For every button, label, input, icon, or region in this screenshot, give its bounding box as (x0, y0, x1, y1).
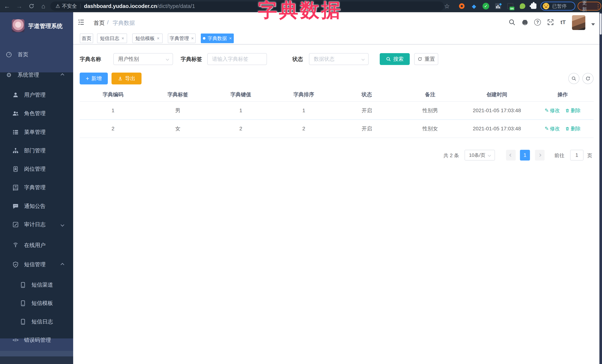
window-scrollbar[interactable] (599, 12, 602, 364)
tab-sms-template[interactable]: 短信模板 × (132, 33, 163, 43)
delete-link[interactable]: 删除 (565, 107, 581, 114)
table-header-row: 字典编码 字典标签 字典键值 字典排序 状态 备注 创建时间 操作 (80, 88, 594, 102)
url-host: dashboard.yudao.iocoder.cn (84, 3, 157, 9)
sidebar-item-error-code[interactable]: </> 错误码管理 (0, 331, 73, 349)
tab-sms-log[interactable]: 短信日志 × (97, 33, 127, 43)
bookmark-star-icon[interactable]: ☆ (443, 3, 451, 10)
browser-menu-kebab-icon[interactable]: ⋮ (595, 3, 601, 9)
github-icon[interactable] (521, 19, 529, 26)
sidebar-item-sms-template[interactable]: 短信模板 (0, 294, 73, 312)
screen: ← → ⌂ ⚠ 不安全 dashboard.yudao.iocoder.cn /… (0, 0, 602, 364)
browser-home-icon[interactable]: ⌂ (38, 0, 49, 12)
add-button[interactable]: + 新增 (80, 73, 108, 84)
search-icon (571, 76, 576, 81)
close-icon[interactable]: × (121, 36, 124, 41)
extension-icon-green-check[interactable]: ✓ (482, 3, 489, 10)
sidebar-logo-row[interactable]: 芋道管理系统 (0, 16, 73, 36)
app-logo (12, 19, 24, 32)
chevron-up-icon (61, 73, 64, 77)
phone-icon (20, 318, 26, 325)
sidebar-item-dept-management[interactable]: 部门管理 (0, 142, 73, 160)
dict-tag-input[interactable] (212, 56, 258, 62)
breadcrumb-separator: / (107, 19, 108, 26)
goto-page-input[interactable] (570, 150, 583, 161)
dict-data-table: 字典编码 字典标签 字典键值 字典排序 状态 备注 创建时间 操作 1 男 1 … (80, 88, 594, 138)
extension-icon-orange-ring[interactable] (458, 3, 465, 10)
breadcrumb-home[interactable]: 首页 (94, 19, 105, 27)
sidebar-item-post-management[interactable]: 岗位管理 (0, 160, 73, 178)
address-bar[interactable]: ⚠ 不安全 dashboard.yudao.iocoder.cn /dict/t… (50, 1, 444, 11)
edit-log-icon (12, 221, 19, 228)
chevron-right-icon (538, 154, 541, 157)
sidebar-group-audit-log[interactable]: 审计日志 (0, 216, 73, 233)
help-icon[interactable]: ? (534, 19, 541, 26)
edit-link[interactable]: ✎ 修改 (545, 125, 560, 132)
speech-bubble-icon (12, 203, 19, 210)
reset-button[interactable]: 重置 (414, 53, 438, 65)
tab-dict-management[interactable]: 字典管理 × (168, 33, 196, 43)
delete-link[interactable]: 删除 (565, 125, 581, 132)
url-path: /dict/type/data/1 (157, 3, 195, 9)
sidebar-item-sms-channel[interactable]: 短信渠道 (0, 276, 73, 294)
extensions-puzzle-icon[interactable] (530, 3, 537, 10)
browser-update-button[interactable]: 更新 ⋮ (578, 2, 601, 10)
chevron-down-icon (362, 58, 365, 61)
toggle-search-circle-button[interactable] (568, 73, 580, 84)
sidebar-item-role-management[interactable]: 角色管理 (0, 104, 73, 122)
sidebar-group-system-management[interactable]: ⚙ 系统管理 (0, 66, 73, 84)
export-button[interactable]: 导出 (111, 73, 141, 84)
chevron-down-icon (61, 223, 64, 227)
extension-icon-blue-gem[interactable]: ◆ (471, 3, 478, 10)
prev-page-button[interactable] (506, 150, 516, 161)
breadcrumb-current: 字典数据 (113, 19, 135, 27)
browser-reload-icon[interactable] (26, 0, 37, 12)
close-icon[interactable]: × (191, 36, 194, 41)
users-icon (12, 110, 19, 117)
search-button[interactable]: 搜索 (380, 53, 410, 65)
header-search-icon[interactable] (508, 19, 516, 26)
user-avatar[interactable] (572, 15, 585, 30)
sidebar-item-online-users[interactable]: 在线用户 (0, 236, 73, 254)
refresh-icon (585, 76, 591, 81)
sidebar-toggle-hamburger-icon[interactable] (77, 19, 85, 26)
current-page-button[interactable]: 1 (520, 150, 530, 161)
sidebar-item-menu-management[interactable]: 菜单管理 (0, 123, 73, 141)
extension-icon-green-leaf[interactable] (519, 3, 526, 10)
app-title: 芋道管理系统 (28, 22, 63, 30)
sidebar-item-sms-log[interactable]: 短信日志 (0, 313, 73, 331)
browser-forward-icon[interactable]: → (14, 0, 24, 12)
status-select[interactable]: 数据状态 (309, 53, 369, 65)
page-watermark-title: 字典数据 (258, 0, 342, 23)
sidebar-item-user-management[interactable]: 用户管理 (0, 86, 73, 104)
pencil-icon: ✎ (545, 126, 549, 132)
chevron-down-icon (488, 154, 491, 157)
sidebar-item-dict-management[interactable]: 字典管理 (0, 179, 73, 197)
tab-dict-data-active[interactable]: 字典数据 × (201, 33, 234, 43)
profile-paused-badge[interactable]: 已暂停 (540, 2, 575, 10)
browser-back-icon[interactable]: ← (2, 0, 12, 12)
dict-name-select[interactable]: 用户性别 (113, 53, 173, 65)
table-row[interactable]: 1 男 1 1 开启 性别男 2021-01-05 17:03:48 ✎ 修改 (80, 102, 594, 120)
chevron-up-icon (61, 263, 64, 267)
sidebar-item-home[interactable]: 首页 (0, 46, 73, 63)
avatar-caret-down-icon[interactable] (591, 23, 595, 26)
close-icon[interactable]: × (157, 36, 160, 41)
sidebar-group-sms-management[interactable]: 短信管理 (0, 256, 73, 273)
tab-home[interactable]: 首页 (80, 33, 93, 43)
font-size-icon[interactable]: tT (559, 19, 567, 26)
refresh-table-circle-button[interactable] (582, 73, 593, 84)
next-page-button[interactable] (535, 150, 545, 161)
code-icon: </> (12, 337, 19, 343)
status-text: 开启 (335, 102, 398, 119)
sidebar-item-notice[interactable]: 通知公告 (0, 197, 73, 215)
close-icon[interactable]: × (229, 36, 232, 41)
fullscreen-icon[interactable] (547, 19, 554, 26)
page-size-select[interactable]: 10条/页 (464, 150, 495, 161)
dashboard-icon (6, 51, 12, 58)
scrollbar-thumb[interactable] (600, 13, 602, 35)
edit-link[interactable]: ✎ 修改 (545, 107, 560, 114)
extension-icon-on-badge[interactable]: on (507, 3, 514, 10)
extension-icon-chart[interactable]: ◆ (494, 3, 502, 10)
gear-icon: ⚙ (6, 72, 12, 78)
table-row[interactable]: 2 女 2 2 开启 性别女 2021-01-05 17:03:48 ✎ 修改 (80, 120, 594, 138)
